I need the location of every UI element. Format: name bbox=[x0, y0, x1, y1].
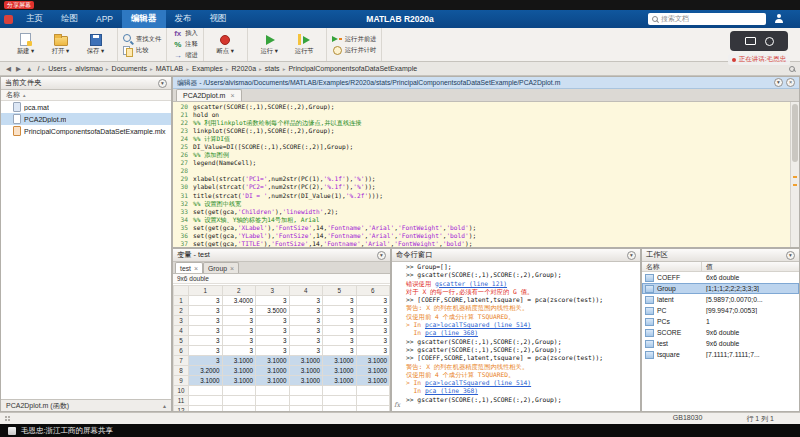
var-grid-cell[interactable] bbox=[256, 386, 290, 396]
var-grid-cell[interactable] bbox=[323, 386, 357, 396]
var-grid-cell[interactable]: 3 bbox=[222, 316, 256, 326]
error-link[interactable]: pca (line 368) bbox=[425, 387, 478, 394]
screen-share-icon[interactable] bbox=[745, 37, 756, 45]
editor-close-icon[interactable]: × bbox=[786, 78, 795, 87]
var-grid-cell[interactable]: 3.2000 bbox=[189, 366, 223, 376]
var-grid-cell[interactable]: 3.1000 bbox=[356, 366, 390, 376]
back-icon[interactable]: ◀ bbox=[5, 65, 12, 73]
var-grid-cell[interactable] bbox=[289, 406, 323, 412]
var-grid-cell[interactable]: 3 bbox=[323, 346, 357, 356]
var-grid-cell[interactable]: 3.1000 bbox=[222, 376, 256, 386]
var-grid-cell[interactable]: 3 bbox=[323, 316, 357, 326]
var-grid-cell[interactable] bbox=[189, 406, 223, 412]
var-grid-cell[interactable]: 3 bbox=[189, 316, 223, 326]
expand-details-icon[interactable]: ▴ bbox=[163, 402, 166, 409]
open-button[interactable]: 打开 ▾ bbox=[44, 33, 77, 56]
var-grid-cell[interactable]: 3.1000 bbox=[222, 366, 256, 376]
var-grid-cell[interactable]: 3 bbox=[222, 336, 256, 346]
toolstrip-tab-apps[interactable]: APP bbox=[87, 10, 122, 28]
scrollbar-thumb[interactable] bbox=[792, 104, 798, 162]
file-item[interactable]: pca.mat bbox=[1, 101, 171, 113]
var-grid-col-header[interactable]: 3 bbox=[256, 286, 290, 296]
toolstrip-tab-view[interactable]: 视图 bbox=[201, 10, 236, 28]
var-grid-cell[interactable]: 3 bbox=[189, 326, 223, 336]
var-grid-cell[interactable]: 3.1000 bbox=[323, 366, 357, 376]
var-grid-cell[interactable]: 3 bbox=[222, 306, 256, 316]
doc-search-box[interactable]: 搜索文档 bbox=[648, 13, 766, 25]
var-grid-row-header[interactable]: 6 bbox=[174, 346, 189, 356]
panel-menu-icon[interactable]: ▾ bbox=[377, 251, 386, 260]
error-link[interactable]: gscatter (line 121) bbox=[435, 280, 507, 287]
var-grid-cell[interactable] bbox=[189, 386, 223, 396]
breadcrumb-segment[interactable]: Users bbox=[47, 65, 67, 72]
var-grid-cell[interactable]: 3.1000 bbox=[289, 376, 323, 386]
error-link[interactable]: pca>localTSquared (line 514) bbox=[425, 379, 531, 386]
var-grid-cell[interactable]: 3 bbox=[323, 326, 357, 336]
var-grid-cell[interactable]: 3 bbox=[256, 336, 290, 346]
var-grid-cell[interactable]: 3 bbox=[256, 316, 290, 326]
insert-button[interactable]: fx插入 bbox=[172, 29, 198, 39]
file-item[interactable]: PCA2Dplot.m bbox=[1, 113, 171, 125]
breadcrumb-segment[interactable]: stats bbox=[264, 65, 281, 72]
toolstrip-tab-editor[interactable]: 编辑器 bbox=[122, 10, 166, 28]
var-grid-cell[interactable]: 3 bbox=[289, 316, 323, 326]
file-item[interactable]: PrincipalComponentsofaDataSetExample.mlx bbox=[1, 125, 171, 137]
breadcrumb-segment[interactable]: Documents bbox=[111, 65, 148, 72]
toolstrip-tab-plots[interactable]: 绘图 bbox=[52, 10, 87, 28]
command-window-body[interactable]: >> Group=[];>> gscatter(SCORE(:,1),SCORE… bbox=[392, 262, 640, 411]
var-grid-cell[interactable]: 3.1000 bbox=[256, 356, 290, 366]
var-grid-cell[interactable]: 3.1000 bbox=[256, 376, 290, 386]
new-button[interactable]: 新建 ▾ bbox=[9, 33, 42, 56]
var-grid-cell[interactable] bbox=[323, 406, 357, 412]
var-grid-cell[interactable]: 3 bbox=[356, 336, 390, 346]
var-grid-cell[interactable]: 3.1000 bbox=[323, 356, 357, 366]
var-grid-cell[interactable] bbox=[222, 406, 256, 412]
var-grid-cell[interactable]: 3 bbox=[256, 326, 290, 336]
var-grid-cell[interactable]: 3 bbox=[289, 326, 323, 336]
run-time-button[interactable]: 运行并计时 bbox=[332, 45, 376, 55]
close-icon[interactable]: × bbox=[230, 92, 234, 99]
user-account-icon[interactable] bbox=[774, 14, 784, 24]
panel-menu-icon[interactable]: ▾ bbox=[786, 251, 795, 260]
error-link[interactable]: pca>localTSquared (line 514) bbox=[425, 321, 531, 328]
var-grid-cell[interactable]: 3 bbox=[256, 296, 290, 306]
var-grid-cell[interactable]: 3.1000 bbox=[189, 376, 223, 386]
workspace-row[interactable]: PCs1 bbox=[642, 316, 799, 327]
workspace-row[interactable]: tsquare[7.1111;7.1111;7... bbox=[642, 349, 799, 360]
var-grid-cell[interactable] bbox=[356, 396, 390, 406]
variables-tab-test[interactable]: test× bbox=[175, 262, 203, 273]
breadcrumb-segment[interactable]: PrincipalComponentsofaDataSetExample bbox=[287, 65, 418, 72]
var-grid-cell[interactable]: 3.1000 bbox=[356, 376, 390, 386]
var-grid-row-header[interactable]: 4 bbox=[174, 326, 189, 336]
save-button[interactable]: 保存 ▾ bbox=[79, 33, 112, 56]
workspace-row[interactable]: SCORE9x6 double bbox=[642, 327, 799, 338]
var-grid-cell[interactable]: 3 bbox=[289, 296, 323, 306]
var-grid-col-header[interactable]: 4 bbox=[289, 286, 323, 296]
breadcrumb-segment[interactable]: R2020a bbox=[231, 65, 258, 72]
var-grid-row-header[interactable]: 9 bbox=[174, 376, 189, 386]
up-folder-icon[interactable]: ▲ bbox=[25, 65, 33, 72]
value-column-header[interactable]: 值 bbox=[702, 262, 713, 272]
editor-file-tab[interactable]: PCA2Dplot.m × bbox=[176, 89, 242, 101]
panel-menu-icon[interactable]: ▾ bbox=[158, 79, 167, 88]
var-grid-cell[interactable]: 3.1000 bbox=[256, 366, 290, 376]
var-grid-cell[interactable]: 3 bbox=[289, 336, 323, 346]
toolstrip-tab-home[interactable]: 主页 bbox=[17, 10, 52, 28]
var-grid-cell[interactable] bbox=[222, 396, 256, 406]
name-column-header[interactable]: 名称 bbox=[642, 262, 702, 271]
comment-button[interactable]: %注释 bbox=[172, 40, 198, 50]
editor-body[interactable]: 20gscatter(SCORE(:,1),SCORE(:,2),Group);… bbox=[173, 102, 799, 247]
var-grid-row-header[interactable]: 3 bbox=[174, 316, 189, 326]
var-grid-cell[interactable]: 3 bbox=[289, 346, 323, 356]
var-grid-cell[interactable] bbox=[189, 396, 223, 406]
workspace-row[interactable]: latent[5.9897;0.0070;0... bbox=[642, 294, 799, 305]
var-grid-row-header[interactable]: 1 bbox=[174, 296, 189, 306]
var-grid-row-header[interactable]: 2 bbox=[174, 306, 189, 316]
var-grid-cell[interactable]: 3 bbox=[356, 296, 390, 306]
var-grid-cell[interactable]: 3 bbox=[356, 306, 390, 316]
code-area[interactable]: 20gscatter(SCORE(:,1),SCORE(:,2),Group);… bbox=[173, 102, 790, 247]
var-grid-cell[interactable]: 3 bbox=[289, 306, 323, 316]
var-grid-cell[interactable] bbox=[356, 406, 390, 412]
close-icon[interactable]: × bbox=[194, 265, 198, 272]
var-grid-cell[interactable] bbox=[222, 386, 256, 396]
